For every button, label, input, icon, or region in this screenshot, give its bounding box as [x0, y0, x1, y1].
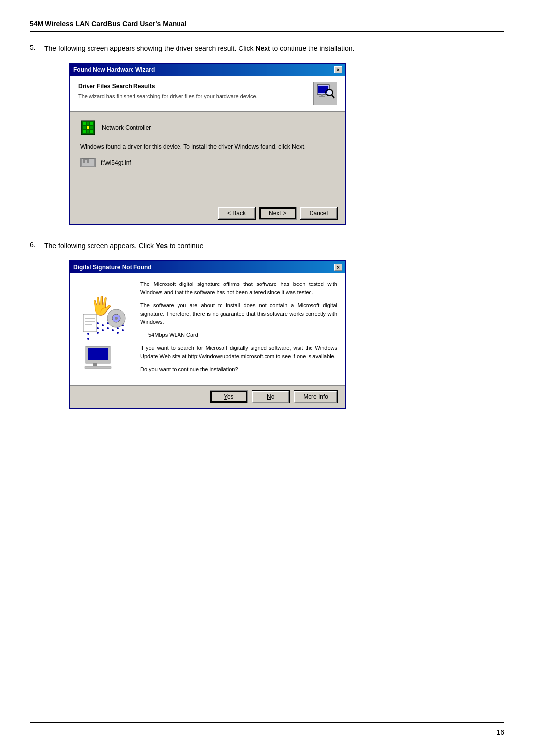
svg-point-31 [102, 324, 104, 326]
svg-rect-13 [90, 126, 93, 129]
footer-divider [30, 722, 504, 723]
step-6-number: 6. [30, 241, 39, 249]
dialog1-body: Network Controller Windows found a drive… [70, 112, 345, 202]
yes-accel-label: Yes [224, 393, 234, 400]
dialog1-header-section: Driver Files Search Results The wizard h… [70, 76, 345, 112]
step-6-text-before: The following screen appears. Click [44, 242, 156, 250]
step-6-text: The following screen appears. Click Yes … [44, 241, 346, 409]
svg-rect-1 [318, 86, 328, 93]
dsnf-para3: If you want to search for Microsoft digi… [140, 344, 337, 360]
svg-point-23 [87, 333, 89, 335]
dsnf-question: Do you want to continue the installation… [140, 365, 337, 374]
svg-point-24 [87, 338, 89, 340]
svg-point-30 [97, 332, 99, 334]
svg-rect-2 [321, 94, 323, 96]
step-5-text-after: to continue the installation. [270, 45, 355, 52]
back-button[interactable]: < Back [218, 207, 255, 219]
svg-rect-50 [88, 348, 108, 360]
dsnf-product-name: 54Mbps WLAN Card [148, 331, 337, 339]
dialog2-container: Digital Signature Not Found × 🖐 [44, 260, 346, 409]
svg-rect-14 [83, 130, 86, 133]
hardware-icon [313, 82, 337, 105]
svg-line-6 [332, 95, 334, 98]
file-path-label: f:\wl54gt.inf [101, 158, 131, 167]
dialog2-titlebar-buttons: × [334, 264, 342, 271]
step-5-bold: Next [255, 45, 270, 52]
network-controller-icon [80, 120, 96, 136]
dsnf-para2: The software you are about to install do… [140, 301, 337, 326]
dsnf-para1: The Microsoft digital signature affirms … [140, 280, 337, 296]
svg-point-5 [327, 90, 332, 95]
file-row: f:\wl54gt.inf [80, 158, 335, 167]
dialog-found-new-hardware: Found New Hardware Wizard × Driver Files… [69, 63, 346, 225]
svg-rect-12 [87, 126, 89, 129]
dialog1-footer: < Back Next > Cancel [70, 202, 345, 224]
svg-rect-19 [85, 160, 87, 163]
svg-point-39 [117, 332, 119, 334]
no-accel-label: No [267, 393, 274, 400]
svg-rect-45 [83, 314, 97, 332]
dsnf-icon-col: 🖐 [78, 280, 133, 378]
dsnf-text-col: The Microsoft digital signature affirms … [140, 280, 337, 378]
dsnf-icon-svg: 🖐 [81, 289, 130, 369]
svg-point-28 [97, 322, 99, 324]
step-5-text: The following screen appears showing the… [44, 44, 354, 225]
svg-point-38 [117, 327, 119, 329]
dialog1-spacer [80, 174, 335, 194]
dialog1-desc: The wizard has finished searching for dr… [78, 93, 258, 101]
svg-rect-16 [90, 130, 93, 133]
dialog2-footer: Yes No More Info [70, 385, 345, 408]
svg-rect-53 [85, 366, 111, 369]
step-5-text-before: The following screen appears showing the… [44, 45, 255, 52]
file-svg [81, 158, 95, 167]
dialog2-title: Digital Signature Not Found [73, 263, 152, 272]
step-6: 6. The following screen appears. Click Y… [30, 241, 504, 409]
svg-point-44 [115, 317, 118, 320]
svg-point-41 [122, 329, 124, 331]
dialog1-subtitle: Driver Files Search Results [78, 82, 258, 91]
dsnf-composite-icon: 🖐 [81, 289, 130, 369]
dialog-digital-signature: Digital Signature Not Found × 🖐 [69, 260, 346, 409]
device-row: Network Controller [80, 120, 335, 136]
hardware-wizard-svg [314, 83, 336, 104]
dialog1-title: Found New Hardware Wizard [73, 65, 155, 74]
svg-rect-8 [83, 122, 86, 125]
no-button[interactable]: No [252, 391, 289, 403]
yes-button[interactable]: Yes [210, 391, 247, 403]
file-icon [80, 158, 96, 167]
dialog1-titlebar: Found New Hardware Wizard × [70, 64, 345, 76]
driver-found-text: Windows found a driver for this device. … [80, 142, 335, 151]
svg-rect-3 [319, 96, 325, 97]
svg-rect-10 [90, 122, 93, 125]
svg-rect-9 [87, 122, 89, 125]
svg-rect-15 [87, 130, 89, 133]
dialog1-container: Found New Hardware Wizard × Driver Files… [44, 63, 354, 225]
dialog1-close-btn[interactable]: × [334, 66, 342, 73]
dialog2-close-btn[interactable]: × [334, 264, 342, 271]
cancel-button[interactable]: Cancel [300, 207, 337, 219]
svg-rect-11 [83, 126, 86, 129]
page-footer: 16 [30, 722, 504, 736]
dialog2-titlebar: Digital Signature Not Found × [70, 261, 345, 273]
dialog1-titlebar-buttons: × [334, 66, 342, 73]
svg-point-36 [112, 329, 114, 331]
step-6-text-after: to continue [168, 242, 203, 250]
step-5-number: 5. [30, 44, 39, 51]
manual-title: 54M Wireless LAN CardBus Card User's Man… [30, 20, 504, 28]
svg-point-29 [97, 327, 99, 329]
step-6-bold: Yes [156, 242, 168, 250]
next-button[interactable]: Next > [259, 207, 296, 219]
dialog1-header-text: Driver Files Search Results The wizard h… [78, 82, 258, 101]
device-name-label: Network Controller [102, 123, 151, 132]
page-header: 54M Wireless LAN CardBus Card User's Man… [30, 20, 504, 32]
svg-point-34 [107, 327, 109, 329]
svg-point-32 [102, 329, 104, 331]
more-info-button[interactable]: More Info [294, 391, 337, 403]
header-divider [30, 31, 504, 32]
page-number: 16 [30, 728, 504, 736]
nc-svg [80, 120, 96, 136]
step-5: 5. The following screen appears showing … [30, 44, 504, 225]
dialog2-body: 🖐 [70, 273, 345, 385]
svg-rect-51 [93, 363, 97, 366]
